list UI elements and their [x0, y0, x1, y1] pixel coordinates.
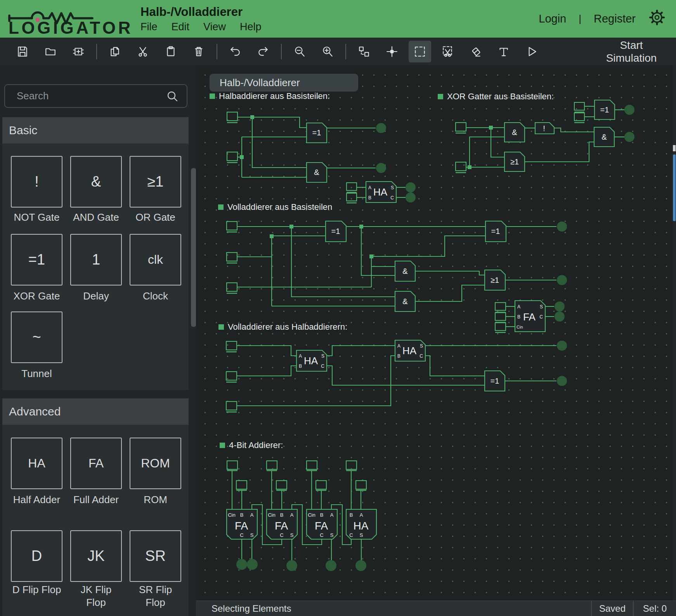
- canvas-scrollbar-thumb[interactable]: [673, 154, 676, 221]
- svg-text:≥1: ≥1: [491, 276, 499, 284]
- circuit-4bit-addierer[interactable]: FA Cin B A C S FA Cin B A C S FA Cin B A…: [227, 461, 376, 571]
- search-input[interactable]: [5, 90, 166, 102]
- simulate-play-icon[interactable]: [520, 41, 543, 62]
- tile-tunnel[interactable]: ~: [11, 311, 62, 363]
- input-switch[interactable]: [227, 253, 237, 261]
- menu-view[interactable]: View: [203, 21, 226, 33]
- menu-file[interactable]: File: [140, 21, 158, 33]
- zoom-in-icon[interactable]: [316, 41, 339, 62]
- output-led[interactable]: [376, 123, 386, 133]
- tile-half-adder[interactable]: HA: [11, 438, 62, 489]
- connect-wire-icon[interactable]: [353, 41, 375, 62]
- circuit-halbaddierer[interactable]: =1 & HA A B S C: [227, 112, 416, 203]
- output-led[interactable]: [326, 560, 336, 571]
- output-led[interactable]: [557, 376, 567, 386]
- menu-bar: File Edit View Help: [140, 21, 262, 33]
- paste-icon[interactable]: [159, 41, 182, 62]
- input-switch[interactable]: [226, 372, 237, 380]
- text-tool-icon[interactable]: [492, 41, 515, 62]
- new-component-icon[interactable]: [67, 41, 90, 62]
- menu-edit[interactable]: Edit: [172, 21, 190, 33]
- save-state-badge: Saved: [591, 601, 633, 616]
- input-switch[interactable]: [236, 481, 247, 489]
- input-switch[interactable]: [347, 193, 357, 201]
- tile-sr-flipflop[interactable]: SR: [130, 530, 181, 582]
- login-link[interactable]: Login: [539, 12, 566, 25]
- output-led[interactable]: [376, 163, 386, 173]
- input-switch[interactable]: [307, 461, 317, 469]
- output-led[interactable]: [557, 275, 567, 285]
- tile-jk-flipflop[interactable]: JK: [70, 530, 122, 582]
- svg-text:HA: HA: [304, 355, 318, 367]
- output-led[interactable]: [286, 560, 297, 571]
- input-switch[interactable]: [227, 112, 237, 121]
- copy-icon[interactable]: [104, 41, 126, 62]
- input-switch[interactable]: [495, 303, 506, 310]
- circuit-volladdierer-ha[interactable]: HA A B S C HA A B S C =1: [226, 340, 567, 412]
- settings-gear-icon[interactable]: [648, 9, 666, 29]
- input-switch[interactable]: [316, 481, 326, 489]
- output-led[interactable]: [406, 182, 416, 192]
- input-switch[interactable]: [346, 461, 357, 469]
- tile-rom[interactable]: ROM: [130, 438, 181, 489]
- tile-delay[interactable]: 1: [70, 234, 122, 286]
- input-switch[interactable]: [226, 341, 237, 350]
- circuit-xor-gatter[interactable]: & ! ≥1 & =1: [456, 100, 634, 173]
- output-led[interactable]: [355, 560, 366, 571]
- input-switch[interactable]: [574, 113, 584, 121]
- output-led[interactable]: [555, 311, 565, 322]
- input-switch[interactable]: [456, 162, 466, 171]
- delete-icon[interactable]: [187, 41, 210, 62]
- input-switch[interactable]: [456, 123, 466, 131]
- tile-full-adder[interactable]: FA: [70, 438, 122, 489]
- save-icon[interactable]: [11, 41, 34, 62]
- register-link[interactable]: Register: [594, 12, 636, 25]
- circuit-volladdierer-basis[interactable]: =1 & & =1 ≥1 FA A B: [227, 221, 567, 332]
- output-led[interactable]: [557, 221, 567, 232]
- start-simulation-button[interactable]: Start Simulation: [598, 39, 664, 64]
- output-led[interactable]: [624, 105, 634, 115]
- input-switch[interactable]: [574, 102, 584, 110]
- input-switch[interactable]: [227, 283, 237, 291]
- tile-and-gate[interactable]: &: [70, 156, 122, 208]
- output-led[interactable]: [624, 132, 634, 142]
- tile-d-flipflop[interactable]: D: [11, 530, 62, 582]
- output-led[interactable]: [236, 559, 247, 570]
- input-switch[interactable]: [276, 481, 287, 489]
- input-switch[interactable]: [495, 323, 506, 330]
- input-switch[interactable]: [267, 461, 277, 469]
- svg-text:B: B: [320, 512, 324, 518]
- cut-icon[interactable]: [132, 41, 154, 62]
- cut-selection-icon[interactable]: [437, 41, 459, 62]
- zoom-out-icon[interactable]: [288, 41, 311, 62]
- jk-flipflop-symbol: JK: [87, 548, 104, 564]
- open-folder-icon[interactable]: [39, 41, 62, 62]
- select-tool-icon[interactable]: [409, 41, 431, 62]
- output-led[interactable]: [557, 341, 567, 351]
- tile-clock[interactable]: clk: [130, 234, 181, 286]
- tile-xor-gate[interactable]: =1: [11, 234, 62, 286]
- input-switch[interactable]: [227, 461, 237, 469]
- output-led[interactable]: [247, 559, 258, 570]
- svg-text:S: S: [330, 532, 334, 538]
- wire-tool-icon[interactable]: [381, 41, 403, 62]
- tile-label: OR Gate: [130, 211, 181, 224]
- redo-icon[interactable]: [252, 41, 274, 62]
- tile-not-gate[interactable]: !: [11, 156, 62, 208]
- eraser-icon[interactable]: [465, 41, 487, 62]
- input-switch[interactable]: [495, 313, 506, 320]
- output-led[interactable]: [555, 301, 565, 311]
- output-led[interactable]: [406, 192, 416, 202]
- sidebar-scrollbar[interactable]: [191, 168, 196, 327]
- input-switch[interactable]: [227, 221, 237, 230]
- undo-icon[interactable]: [224, 41, 246, 62]
- toolbar-separator: [217, 44, 217, 59]
- input-switch[interactable]: [356, 481, 366, 489]
- tile-or-gate[interactable]: ≥1: [130, 156, 181, 208]
- input-switch[interactable]: [227, 152, 237, 161]
- not-gate-symbol: !: [35, 173, 39, 190]
- menu-help[interactable]: Help: [240, 21, 262, 33]
- input-switch[interactable]: [226, 401, 237, 410]
- editor-canvas[interactable]: Halb-/Volladdierer Halbaddierer aus Basi…: [196, 65, 676, 600]
- input-switch[interactable]: [347, 183, 357, 190]
